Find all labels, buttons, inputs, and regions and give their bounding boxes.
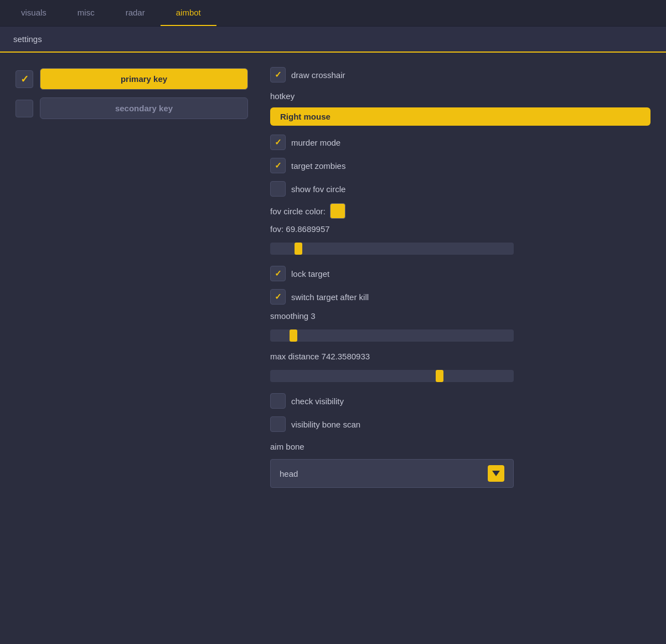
check-visibility-checkbox[interactable] <box>270 393 286 409</box>
tab-bar: visuals misc radar aimbot <box>0 0 666 27</box>
lock-target-checkbox[interactable]: ✓ <box>270 266 286 281</box>
visibility-bone-scan-checkbox[interactable] <box>270 416 286 432</box>
lock-target-label: lock target <box>291 269 329 279</box>
show-fov-circle-checkbox[interactable] <box>270 181 286 197</box>
draw-crosshair-row: ✓ draw crosshair <box>270 67 650 83</box>
fov-color-row: fov circle color: <box>270 203 650 219</box>
fov-value-label: fov: 69.8689957 <box>270 224 650 234</box>
right-column: ✓ draw crosshair hotkey Right mouse ✓ mu… <box>270 66 650 488</box>
show-fov-circle-row: show fov circle <box>270 181 650 197</box>
hotkey-label: hotkey <box>270 91 650 101</box>
smoothing-slider-thumb[interactable] <box>290 329 297 342</box>
target-zombies-checkbox[interactable]: ✓ <box>270 158 286 173</box>
draw-crosshair-checkbox[interactable]: ✓ <box>270 67 286 83</box>
secondary-key-button[interactable]: secondary key <box>40 97 248 119</box>
aim-bone-label: aim bone <box>270 442 650 451</box>
primary-key-checkbox[interactable]: ✓ <box>16 70 33 88</box>
aim-bone-value: head <box>280 469 298 478</box>
fov-slider[interactable] <box>270 243 514 255</box>
aim-bone-dropdown[interactable]: head <box>270 459 514 488</box>
hotkey-button[interactable]: Right mouse <box>270 107 650 126</box>
max-distance-label: max distance 742.3580933 <box>270 352 650 361</box>
secondary-key-checkbox[interactable] <box>16 100 33 117</box>
max-distance-slider[interactable] <box>270 370 514 382</box>
dropdown-inner: head <box>280 465 504 482</box>
primary-key-checkmark: ✓ <box>20 73 29 85</box>
svg-marker-0 <box>492 471 500 476</box>
switch-target-checkbox[interactable]: ✓ <box>270 289 286 305</box>
murder-mode-row: ✓ murder mode <box>270 135 650 150</box>
draw-crosshair-label: draw crosshair <box>291 70 345 80</box>
tab-radar[interactable]: radar <box>110 0 161 26</box>
tab-visuals[interactable]: visuals <box>6 0 62 26</box>
fov-color-swatch[interactable] <box>330 203 345 219</box>
target-zombies-label: target zombies <box>291 161 345 171</box>
fov-slider-thumb[interactable] <box>295 243 302 255</box>
dropdown-arrow-icon[interactable] <box>488 465 504 482</box>
lock-target-row: ✓ lock target <box>270 266 650 281</box>
switch-target-row: ✓ switch target after kill <box>270 289 650 305</box>
target-zombies-row: ✓ target zombies <box>270 158 650 173</box>
primary-key-button[interactable]: primary key <box>40 68 248 90</box>
smoothing-slider[interactable] <box>270 329 514 342</box>
primary-key-row: ✓ primary key <box>16 68 248 90</box>
max-distance-slider-thumb[interactable] <box>436 370 443 382</box>
murder-mode-checkbox[interactable]: ✓ <box>270 135 286 150</box>
main-content: ✓ primary key secondary key ✓ draw cross… <box>0 53 666 501</box>
tab-misc[interactable]: misc <box>62 0 110 26</box>
switch-target-label: switch target after kill <box>291 292 369 302</box>
show-fov-circle-label: show fov circle <box>291 184 345 194</box>
left-column: ✓ primary key secondary key <box>16 66 248 488</box>
visibility-bone-scan-row: visibility bone scan <box>270 416 650 432</box>
check-visibility-row: check visibility <box>270 393 650 409</box>
secondary-key-row: secondary key <box>16 97 248 119</box>
tab-aimbot[interactable]: aimbot <box>161 0 216 26</box>
smoothing-label: smoothing 3 <box>270 311 650 321</box>
check-visibility-label: check visibility <box>291 396 344 406</box>
chevron-down-icon <box>492 471 500 476</box>
settings-header: settings <box>0 27 666 53</box>
fov-circle-color-label: fov circle color: <box>270 207 326 216</box>
murder-mode-label: murder mode <box>291 138 340 147</box>
visibility-bone-scan-label: visibility bone scan <box>291 420 360 429</box>
